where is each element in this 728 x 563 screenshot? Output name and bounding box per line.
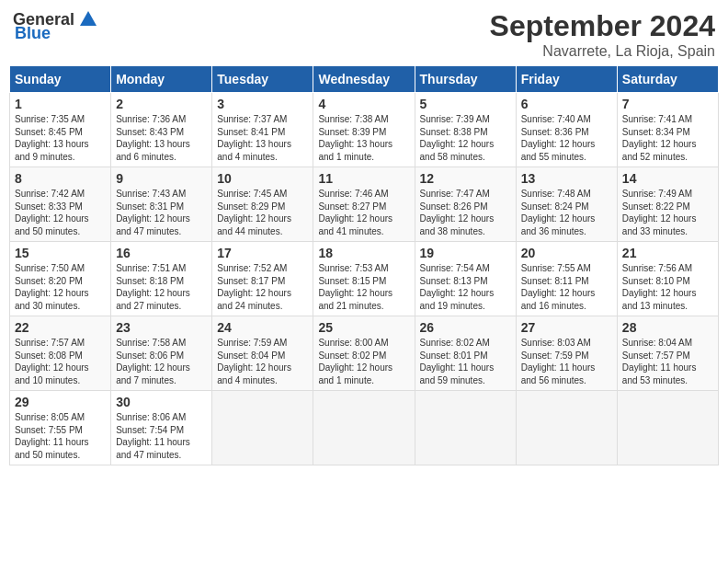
day-detail: Sunrise: 8:05 AMSunset: 7:55 PMDaylight:… — [15, 412, 89, 460]
day-number: 19 — [420, 246, 511, 260]
day-number: 28 — [622, 320, 713, 335]
month-title: September 2024 — [490, 9, 715, 43]
day-detail: Sunrise: 7:56 AMSunset: 8:10 PMDaylight:… — [622, 263, 697, 311]
day-number: 17 — [217, 246, 308, 260]
day-detail: Sunrise: 7:46 AMSunset: 8:27 PMDaylight:… — [318, 189, 392, 236]
day-number: 26 — [420, 320, 511, 335]
day-detail: Sunrise: 7:53 AMSunset: 8:15 PMDaylight:… — [318, 263, 392, 311]
calendar-week-2: 8Sunrise: 7:42 AMSunset: 8:33 PMDaylight… — [10, 167, 719, 242]
logo-blue: Blue — [15, 24, 51, 43]
day-detail: Sunrise: 8:06 AMSunset: 7:54 PMDaylight:… — [116, 412, 190, 460]
day-detail: Sunrise: 8:04 AMSunset: 7:57 PMDaylight:… — [622, 338, 697, 385]
day-detail: Sunrise: 7:42 AMSunset: 8:33 PMDaylight:… — [15, 189, 89, 236]
day-number: 24 — [217, 320, 308, 335]
calendar-cell: 30Sunrise: 8:06 AMSunset: 7:54 PMDayligh… — [111, 391, 212, 465]
day-number: 27 — [521, 320, 612, 335]
calendar-cell: 5Sunrise: 7:39 AMSunset: 8:38 PMDaylight… — [415, 93, 516, 167]
col-header-sunday: Sunday — [10, 66, 111, 93]
day-number: 4 — [318, 97, 409, 111]
page-header: General Blue September 2024 Navarrete, L… — [9, 9, 719, 60]
day-number: 2 — [116, 97, 207, 111]
calendar-week-5: 29Sunrise: 8:05 AMSunset: 7:55 PMDayligh… — [10, 391, 719, 465]
calendar-cell: 16Sunrise: 7:51 AMSunset: 8:18 PMDayligh… — [111, 242, 212, 316]
col-header-thursday: Thursday — [415, 66, 516, 93]
calendar-cell: 4Sunrise: 7:38 AMSunset: 8:39 PMDaylight… — [313, 93, 415, 167]
calendar-cell: 26Sunrise: 8:02 AMSunset: 8:01 PMDayligh… — [415, 316, 516, 391]
day-number: 15 — [15, 246, 106, 260]
calendar-cell: 20Sunrise: 7:55 AMSunset: 8:11 PMDayligh… — [516, 242, 617, 316]
day-detail: Sunrise: 7:41 AMSunset: 8:34 PMDaylight:… — [622, 114, 697, 162]
day-number: 22 — [15, 320, 106, 335]
day-number: 3 — [217, 97, 308, 111]
calendar-cell — [617, 391, 718, 465]
calendar-cell: 18Sunrise: 7:53 AMSunset: 8:15 PMDayligh… — [313, 242, 415, 316]
day-detail: Sunrise: 7:51 AMSunset: 8:18 PMDaylight:… — [116, 263, 190, 311]
day-detail: Sunrise: 7:36 AMSunset: 8:43 PMDaylight:… — [116, 114, 190, 162]
day-detail: Sunrise: 7:47 AMSunset: 8:26 PMDaylight:… — [420, 189, 495, 236]
calendar-week-4: 22Sunrise: 7:57 AMSunset: 8:08 PMDayligh… — [10, 316, 719, 391]
col-header-tuesday: Tuesday — [212, 66, 313, 93]
calendar-cell: 11Sunrise: 7:46 AMSunset: 8:27 PMDayligh… — [313, 167, 415, 242]
day-number: 30 — [116, 395, 207, 409]
logo-icon — [78, 9, 98, 29]
day-detail: Sunrise: 7:43 AMSunset: 8:31 PMDaylight:… — [116, 189, 190, 236]
col-header-monday: Monday — [111, 66, 212, 93]
day-detail: Sunrise: 7:58 AMSunset: 8:06 PMDaylight:… — [116, 338, 190, 385]
title-section: September 2024 Navarrete, La Rioja, Spai… — [490, 9, 715, 60]
day-detail: Sunrise: 7:45 AMSunset: 8:29 PMDaylight:… — [217, 189, 291, 236]
day-number: 21 — [622, 246, 713, 260]
day-detail: Sunrise: 8:02 AMSunset: 8:01 PMDaylight:… — [420, 338, 495, 385]
day-detail: Sunrise: 7:50 AMSunset: 8:20 PMDaylight:… — [15, 263, 89, 311]
day-number: 25 — [318, 320, 409, 335]
calendar-cell: 24Sunrise: 7:59 AMSunset: 8:04 PMDayligh… — [212, 316, 313, 391]
calendar-cell: 29Sunrise: 8:05 AMSunset: 7:55 PMDayligh… — [10, 391, 111, 465]
day-number: 16 — [116, 246, 207, 260]
calendar-cell: 3Sunrise: 7:37 AMSunset: 8:41 PMDaylight… — [212, 93, 313, 167]
calendar-cell — [313, 391, 415, 465]
calendar-cell: 23Sunrise: 7:58 AMSunset: 8:06 PMDayligh… — [111, 316, 212, 391]
day-detail: Sunrise: 7:52 AMSunset: 8:17 PMDaylight:… — [217, 263, 291, 311]
day-detail: Sunrise: 7:57 AMSunset: 8:08 PMDaylight:… — [15, 338, 89, 385]
day-number: 7 — [622, 97, 713, 111]
calendar-cell: 9Sunrise: 7:43 AMSunset: 8:31 PMDaylight… — [111, 167, 212, 242]
day-number: 18 — [318, 246, 409, 260]
calendar-cell: 14Sunrise: 7:49 AMSunset: 8:22 PMDayligh… — [617, 167, 718, 242]
day-detail: Sunrise: 8:03 AMSunset: 7:59 PMDaylight:… — [521, 338, 596, 385]
day-detail: Sunrise: 7:49 AMSunset: 8:22 PMDaylight:… — [622, 189, 697, 236]
calendar-table: SundayMondayTuesdayWednesdayThursdayFrid… — [9, 65, 719, 465]
calendar-cell: 6Sunrise: 7:40 AMSunset: 8:36 PMDaylight… — [516, 93, 617, 167]
day-number: 9 — [116, 171, 207, 186]
day-detail: Sunrise: 7:40 AMSunset: 8:36 PMDaylight:… — [521, 114, 596, 162]
calendar-cell: 25Sunrise: 8:00 AMSunset: 8:02 PMDayligh… — [313, 316, 415, 391]
calendar-cell: 2Sunrise: 7:36 AMSunset: 8:43 PMDaylight… — [111, 93, 212, 167]
day-detail: Sunrise: 7:37 AMSunset: 8:41 PMDaylight:… — [217, 114, 291, 162]
calendar-cell: 13Sunrise: 7:48 AMSunset: 8:24 PMDayligh… — [516, 167, 617, 242]
day-number: 11 — [318, 171, 409, 186]
day-number: 8 — [15, 171, 106, 186]
calendar-cell: 27Sunrise: 8:03 AMSunset: 7:59 PMDayligh… — [516, 316, 617, 391]
col-header-saturday: Saturday — [617, 66, 718, 93]
svg-marker-0 — [80, 11, 97, 26]
calendar-cell: 19Sunrise: 7:54 AMSunset: 8:13 PMDayligh… — [415, 242, 516, 316]
day-detail: Sunrise: 7:38 AMSunset: 8:39 PMDaylight:… — [318, 114, 392, 162]
calendar-cell: 15Sunrise: 7:50 AMSunset: 8:20 PMDayligh… — [10, 242, 111, 316]
calendar-cell: 17Sunrise: 7:52 AMSunset: 8:17 PMDayligh… — [212, 242, 313, 316]
day-number: 13 — [521, 171, 612, 186]
day-number: 20 — [521, 246, 612, 260]
day-detail: Sunrise: 7:48 AMSunset: 8:24 PMDaylight:… — [521, 189, 596, 236]
day-number: 5 — [420, 97, 511, 111]
calendar-cell — [516, 391, 617, 465]
day-number: 14 — [622, 171, 713, 186]
day-number: 12 — [420, 171, 511, 186]
calendar-cell: 22Sunrise: 7:57 AMSunset: 8:08 PMDayligh… — [10, 316, 111, 391]
calendar-cell: 12Sunrise: 7:47 AMSunset: 8:26 PMDayligh… — [415, 167, 516, 242]
calendar-header-row: SundayMondayTuesdayWednesdayThursdayFrid… — [10, 66, 719, 93]
calendar-cell — [415, 391, 516, 465]
calendar-cell: 28Sunrise: 8:04 AMSunset: 7:57 PMDayligh… — [617, 316, 718, 391]
day-detail: Sunrise: 7:59 AMSunset: 8:04 PMDaylight:… — [217, 338, 291, 385]
calendar-cell: 21Sunrise: 7:56 AMSunset: 8:10 PMDayligh… — [617, 242, 718, 316]
day-number: 1 — [15, 97, 106, 111]
calendar-cell: 10Sunrise: 7:45 AMSunset: 8:29 PMDayligh… — [212, 167, 313, 242]
logo: General Blue — [13, 9, 98, 43]
calendar-week-3: 15Sunrise: 7:50 AMSunset: 8:20 PMDayligh… — [10, 242, 719, 316]
